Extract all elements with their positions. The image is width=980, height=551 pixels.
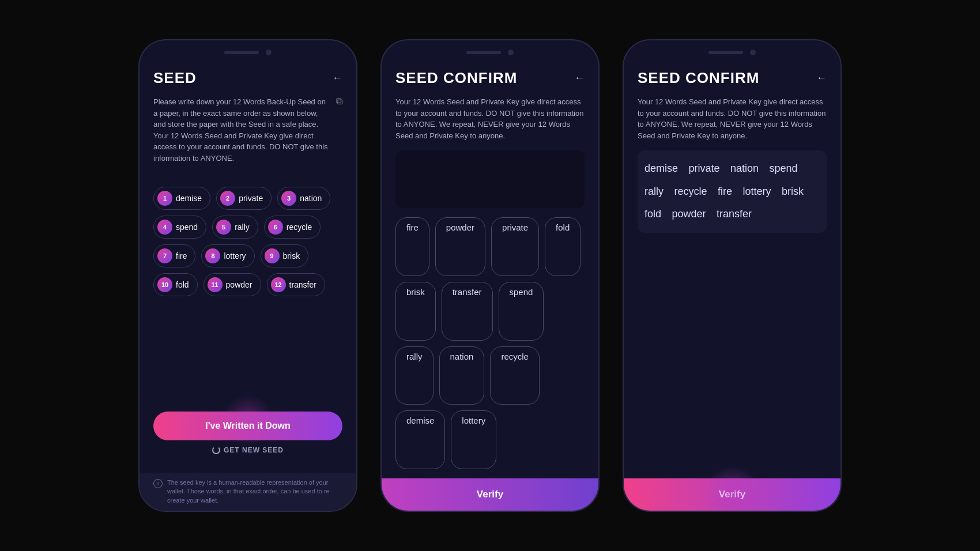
seed-row-3: 7 fire 8 lottery 9 brisk — [153, 244, 342, 267]
seed-text-3: nation — [300, 194, 322, 203]
phone-2-header: SEED CONFIRM ← — [395, 69, 585, 87]
cw-brisk: brisk — [782, 186, 804, 197]
seed-word-6: 6 recycle — [264, 216, 321, 239]
seed-badge-9: 9 — [265, 248, 280, 263]
phone-3-title: SEED CONFIRM — [638, 69, 759, 87]
seed-badge-1: 1 — [157, 191, 172, 206]
phone-3-description: Your 12 Words Seed and Private Key give … — [638, 96, 827, 141]
chip-private[interactable]: private — [491, 217, 539, 276]
phone-1-screen: SEED ← Please write down your 12 Words B… — [140, 60, 356, 473]
phone-2-dot — [508, 50, 514, 55]
chip-transfer[interactable]: transfer — [442, 282, 493, 341]
seed-badge-3: 3 — [281, 191, 296, 206]
phone-3-dot — [750, 50, 756, 55]
seed-word-4: 4 spend — [153, 216, 206, 239]
chip-brisk[interactable]: brisk — [395, 282, 436, 341]
phone-3-header: SEED CONFIRM ← — [638, 69, 827, 87]
chip-recycle[interactable]: recycle — [490, 346, 540, 405]
seed-word-12: 12 transfer — [267, 273, 325, 296]
phone-3-back[interactable]: ← — [816, 72, 827, 84]
cw-fold: fold — [644, 208, 661, 220]
info-icon: i — [153, 479, 163, 488]
phone-1-copy-icon[interactable]: ⧉ — [336, 96, 342, 107]
confirm-words-display: demise private nation spend rally recycl… — [638, 150, 827, 233]
seed-text-6: recycle — [287, 222, 312, 232]
cw-rally: rally — [644, 186, 664, 197]
seed-text-2: private — [239, 194, 263, 203]
chip-lottery[interactable]: lottery — [451, 410, 496, 469]
seed-word-1: 1 demise — [153, 187, 210, 210]
chip-spend[interactable]: spend — [499, 282, 544, 341]
seed-word-3: 3 nation — [277, 187, 330, 210]
phone-3: SEED CONFIRM ← Your 12 Words Seed and Pr… — [623, 39, 842, 512]
seed-badge-5: 5 — [216, 220, 231, 235]
get-new-seed-link[interactable]: GET NEW SEED — [212, 446, 284, 454]
seed-badge-12: 12 — [271, 277, 286, 292]
cw-recycle: recycle — [674, 186, 707, 197]
phone-1-top — [140, 40, 356, 60]
cw-lottery: lottery — [742, 186, 771, 197]
seed-text-8: lottery — [224, 251, 246, 261]
seed-row-2: 4 spend 5 rally 6 recycle — [153, 216, 342, 239]
seed-badge-8: 8 — [205, 248, 220, 263]
phone-1: SEED ← Please write down your 12 Words B… — [138, 39, 357, 512]
cw-nation: nation — [730, 163, 759, 174]
phone-3-top — [624, 40, 840, 60]
verify-button-2[interactable]: Verify — [382, 478, 598, 511]
seed-word-5: 5 rally — [212, 216, 258, 239]
chip-nation[interactable]: nation — [439, 346, 485, 405]
seed-text-5: rally — [235, 222, 250, 232]
cw-private: private — [688, 163, 719, 174]
cw-demise: demise — [644, 163, 678, 174]
seed-row-4: 10 fold 11 powder 12 transfer — [153, 273, 342, 296]
phone-1-footer: i The seed key is a human-readable repre… — [140, 473, 356, 511]
seed-word-10: 10 fold — [153, 273, 198, 296]
cw-spend: spend — [769, 163, 797, 174]
seed-badge-10: 10 — [157, 277, 172, 292]
seed-text-7: fire — [176, 251, 187, 261]
phone-1-title: SEED — [153, 69, 197, 87]
seed-badge-6: 6 — [268, 220, 283, 235]
seed-word-11: 11 powder — [203, 273, 261, 296]
seed-row-1: 1 demise 2 private 3 nation — [153, 187, 342, 210]
seed-word-9: 9 brisk — [261, 244, 309, 267]
phone-2-title: SEED CONFIRM — [395, 69, 517, 87]
confirm-display-box — [395, 150, 585, 208]
seed-badge-7: 7 — [157, 248, 172, 263]
seed-word-7: 7 fire — [153, 244, 195, 267]
verify-button-3[interactable]: Verify — [624, 478, 840, 511]
phone-1-bottom: I've Written it Down GET NEW SEED — [153, 412, 342, 463]
chip-fold[interactable]: fold — [545, 217, 581, 276]
seed-words-grid: 1 demise 2 private 3 nation 4 — [153, 187, 342, 412]
phone-3-pill — [708, 51, 743, 54]
word-chips-area: fire powder private fold brisk transfer … — [395, 217, 585, 469]
seed-word-8: 8 lottery — [201, 244, 254, 267]
phone-1-pill — [224, 51, 259, 54]
phone-2-pill — [466, 51, 501, 54]
phone-1-dot — [266, 50, 272, 55]
seed-text-10: fold — [176, 280, 189, 289]
phone-3-verify-area: Verify — [624, 478, 840, 511]
phone-2-top — [382, 40, 598, 60]
chip-fire[interactable]: fire — [395, 217, 429, 276]
seed-text-1: demise — [176, 194, 202, 203]
seed-badge-2: 2 — [220, 191, 235, 206]
refresh-icon — [212, 446, 220, 454]
seed-text-11: powder — [226, 280, 252, 289]
phone-1-header: SEED ← — [153, 69, 342, 87]
seed-badge-4: 4 — [157, 220, 172, 235]
seed-text-12: transfer — [289, 280, 316, 289]
phone-3-screen: SEED CONFIRM ← Your 12 Words Seed and Pr… — [624, 60, 840, 478]
phone-1-back[interactable]: ← — [332, 72, 342, 84]
phone-2-screen: SEED CONFIRM ← Your 12 Words Seed and Pr… — [382, 60, 598, 478]
phone-2-description: Your 12 Words Seed and Private Key give … — [395, 96, 585, 141]
chip-rally[interactable]: rally — [395, 346, 434, 405]
cw-powder: powder — [672, 208, 706, 220]
phone-1-description: Please write down your 12 Words Back-Up … — [153, 96, 336, 164]
chip-demise[interactable]: demise — [395, 410, 445, 469]
get-new-seed-label: GET NEW SEED — [224, 446, 284, 454]
cw-fire: fire — [718, 186, 732, 197]
written-down-button[interactable]: I've Written it Down — [153, 412, 342, 440]
phone-2-back[interactable]: ← — [574, 72, 585, 84]
chip-powder[interactable]: powder — [435, 217, 485, 276]
